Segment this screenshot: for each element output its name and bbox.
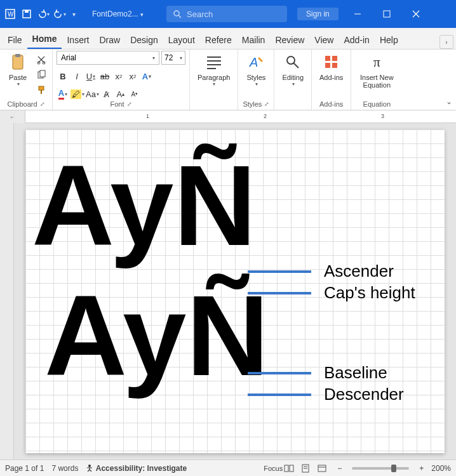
document-title[interactable]: FontDemo2... ▾ xyxy=(92,10,144,18)
tab-layout[interactable]: Layout xyxy=(163,31,200,49)
superscript-button[interactable]: x2 xyxy=(126,70,139,83)
group-equation: π Insert New Equation Equation xyxy=(351,50,402,110)
strikethrough-button[interactable]: ab xyxy=(98,70,111,83)
redo-icon[interactable]: ▾ xyxy=(53,8,66,20)
font-size-dropdown[interactable]: 72▾ xyxy=(161,51,185,65)
app-icon[interactable]: W xyxy=(4,8,17,20)
highlight-button[interactable]: 🖊▾ xyxy=(70,88,84,100)
ascender-line xyxy=(248,270,311,273)
minimize-button[interactable] xyxy=(345,4,370,24)
group-label-equation: Equation xyxy=(363,100,391,108)
page-status[interactable]: Page 1 of 1 xyxy=(5,464,44,473)
subscript-button[interactable]: x2 xyxy=(112,70,125,83)
ruler-mark: 1 xyxy=(146,113,149,119)
signin-button[interactable]: Sign in xyxy=(297,8,339,20)
copy-icon[interactable] xyxy=(34,69,48,81)
print-layout-button[interactable] xyxy=(298,462,313,475)
tabs-overflow[interactable]: › xyxy=(439,35,453,49)
styles-button[interactable]: A Styles▾ xyxy=(242,51,270,88)
accessibility-icon xyxy=(86,464,93,472)
equation-button[interactable]: π Insert New Equation xyxy=(355,51,398,90)
tab-mailings[interactable]: Mailin xyxy=(237,31,271,49)
clipboard-dialog-icon[interactable]: ⤢ xyxy=(40,101,45,107)
tab-home[interactable]: Home xyxy=(27,30,62,49)
ribbon-tabs: File Home Insert Draw Design Layout Refe… xyxy=(0,28,456,50)
group-paragraph: Paragraph▾ xyxy=(190,50,238,110)
tab-addins[interactable]: Add-in xyxy=(339,31,374,49)
focus-mode-button[interactable]: Focus xyxy=(265,462,280,475)
svg-rect-16 xyxy=(39,86,44,90)
vertical-ruler[interactable] xyxy=(0,123,14,459)
sample-text-2[interactable]: AyÑ xyxy=(44,279,269,393)
svg-rect-25 xyxy=(325,56,330,61)
group-label-addins: Add-ins xyxy=(319,100,343,108)
tab-insert[interactable]: Insert xyxy=(62,31,94,49)
group-editing: Editing▾ xyxy=(274,50,312,110)
capheight-label: Cap's height xyxy=(324,283,415,303)
tab-file[interactable]: File xyxy=(3,31,27,49)
web-layout-button[interactable] xyxy=(314,462,330,475)
shrink-font-button[interactable]: A▾ xyxy=(128,88,141,100)
tab-help[interactable]: Help xyxy=(375,31,403,49)
change-case-button[interactable]: Aa▾ xyxy=(86,88,99,100)
horizontal-ruler[interactable]: 1 2 3 xyxy=(25,110,456,123)
status-bar: Page 1 of 1 7 words Accessibility: Inves… xyxy=(0,459,456,476)
document-canvas[interactable]: AyÑ AyÑ Ascender Cap's height Baseline D… xyxy=(0,123,456,459)
styles-dialog-icon[interactable]: ⤢ xyxy=(264,101,269,107)
italic-button[interactable]: I xyxy=(70,70,83,83)
clear-formatting-button[interactable]: A̷ xyxy=(100,88,113,100)
tab-view[interactable]: View xyxy=(309,31,339,49)
svg-point-29 xyxy=(88,465,91,467)
tab-design[interactable]: Design xyxy=(125,31,163,49)
zoom-in-button[interactable]: + xyxy=(419,464,424,473)
tab-review[interactable]: Review xyxy=(270,31,309,49)
svg-rect-28 xyxy=(332,63,337,68)
editing-button[interactable]: Editing▾ xyxy=(278,51,307,88)
grow-font-button[interactable]: A▴ xyxy=(114,88,127,100)
ascender-label: Ascender xyxy=(324,261,394,281)
font-name-dropdown[interactable]: Arial▾ xyxy=(57,51,159,65)
addins-button[interactable]: Add-ins xyxy=(316,51,347,83)
document-page[interactable]: AyÑ AyÑ Ascender Cap's height Baseline D… xyxy=(25,129,445,453)
baseline-line xyxy=(248,372,311,374)
format-painter-icon[interactable] xyxy=(34,84,48,96)
zoom-slider[interactable] xyxy=(352,467,409,470)
accessibility-status[interactable]: Accessibility: Investigate xyxy=(86,464,187,473)
search-box[interactable]: Search xyxy=(166,6,287,22)
ruler-row: ⌐ 1 2 3 xyxy=(0,110,456,123)
underline-button[interactable]: U▾ xyxy=(84,70,97,83)
undo-icon[interactable]: ▾ xyxy=(37,8,50,20)
svg-line-5 xyxy=(178,15,181,18)
zoom-level[interactable]: 200% xyxy=(431,464,451,473)
font-dialog-icon[interactable]: ⤢ xyxy=(127,101,132,107)
zoom-out-button[interactable]: − xyxy=(337,464,342,473)
group-label-font: Font xyxy=(110,100,124,108)
maximize-button[interactable] xyxy=(374,4,399,24)
text-effects-button[interactable]: A▾ xyxy=(140,70,153,83)
paste-button[interactable]: Paste▾ xyxy=(4,51,32,88)
descender-label: Descender xyxy=(324,385,404,404)
svg-rect-36 xyxy=(318,465,326,472)
font-color-button[interactable]: A▾ xyxy=(57,88,69,100)
addins-icon xyxy=(321,52,342,72)
paragraph-icon xyxy=(204,52,224,72)
capheight-line xyxy=(248,292,311,294)
save-icon[interactable] xyxy=(20,8,33,20)
bold-button[interactable]: B xyxy=(57,70,69,83)
tab-draw[interactable]: Draw xyxy=(94,31,125,49)
svg-text:A: A xyxy=(249,55,258,69)
paragraph-button[interactable]: Paragraph▾ xyxy=(194,51,234,88)
svg-rect-7 xyxy=(384,11,390,17)
paste-icon xyxy=(8,52,28,72)
tab-references[interactable]: Refere xyxy=(200,31,237,49)
close-button[interactable] xyxy=(403,4,429,24)
read-mode-button[interactable] xyxy=(281,462,297,475)
group-clipboard: Paste▾ Clipboard ⤢ xyxy=(0,50,53,110)
svg-point-4 xyxy=(174,11,179,16)
word-count[interactable]: 7 words xyxy=(51,464,78,473)
ribbon-collapse-icon[interactable]: ⌄ xyxy=(446,97,452,106)
svg-rect-11 xyxy=(15,54,20,57)
sample-text-1[interactable]: AyÑ xyxy=(32,149,256,263)
group-font: Arial▾ 72▾ B I U▾ ab x2 x2 A▾ A▾ 🖊▾ Aa▾ … xyxy=(53,50,190,110)
cut-icon[interactable] xyxy=(34,53,48,66)
